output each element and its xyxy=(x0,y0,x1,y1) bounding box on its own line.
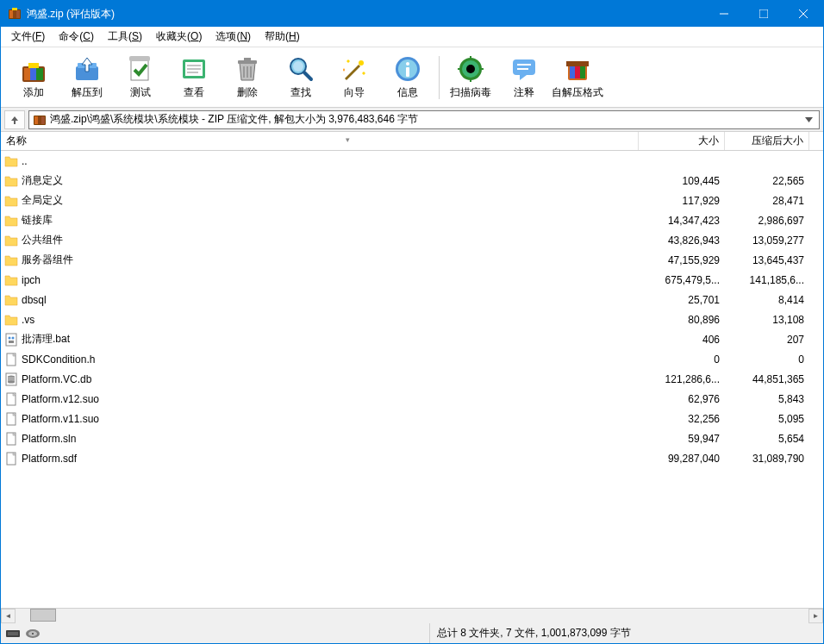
file-list[interactable]: ..消息定义109,44522,565全局定义117,92928,471链接库1… xyxy=(1,151,823,608)
sfx-icon xyxy=(563,54,592,84)
statusbar: 总计 8 文件夹, 7 文件, 1,001,873,099 字节 xyxy=(1,622,823,643)
cell-name: dbsql xyxy=(1,293,639,307)
titlebar[interactable]: 鸿盛.zip (评估版本) xyxy=(1,1,823,27)
file-name: 链接库 xyxy=(22,213,53,228)
menu-item[interactable]: 文件(F) xyxy=(4,27,52,47)
file-row[interactable]: 全局定义117,92928,471 xyxy=(1,191,823,210)
file-row[interactable]: 服务器组件47,155,92913,645,437 xyxy=(1,250,823,270)
toolbar-test-button[interactable]: 测试 xyxy=(115,51,166,104)
tool-label: 扫描病毒 xyxy=(450,85,491,100)
scroll-right-button[interactable]: ► xyxy=(808,609,823,623)
maximize-button[interactable] xyxy=(744,1,783,27)
file-row[interactable]: 批清理.bat406207 xyxy=(1,329,823,349)
menu-item[interactable]: 命令(C) xyxy=(52,27,101,47)
db-icon xyxy=(4,372,18,386)
svg-line-30 xyxy=(304,72,311,79)
toolbar-delete-button[interactable]: 删除 xyxy=(222,51,273,104)
tool-label: 注释 xyxy=(514,85,534,100)
cell-name: .. xyxy=(1,154,639,168)
svg-rect-10 xyxy=(24,68,30,80)
svg-point-34 xyxy=(406,62,409,66)
toolbar-virus-button[interactable]: 扫描病毒 xyxy=(445,51,496,104)
cell-size: 109,445 xyxy=(639,175,725,187)
cell-packed: 8,414 xyxy=(725,294,809,306)
svg-rect-4 xyxy=(12,8,17,10)
cell-packed: 22,565 xyxy=(725,175,809,187)
tool-label: 信息 xyxy=(397,85,418,100)
cell-name: 批清理.bat xyxy=(1,332,639,347)
cell-packed: 5,843 xyxy=(725,393,809,405)
file-row[interactable]: .. xyxy=(1,151,823,171)
toolbar-separator xyxy=(439,56,440,99)
file-row[interactable]: Platform.sdf99,287,04031,089,790 xyxy=(1,448,823,468)
cell-name: Platform.v11.suo xyxy=(1,412,639,426)
toolbar-view-button[interactable]: 查看 xyxy=(168,51,220,104)
address-box[interactable]: 鸿盛.zip\鸿盛\系统模块\系统模块 - ZIP 压缩文件, 解包大小为 3,… xyxy=(28,110,820,129)
file-icon xyxy=(4,412,18,426)
cell-name: 服务器组件 xyxy=(1,253,639,267)
cell-name: SDKCondition.h xyxy=(1,353,639,366)
file-row[interactable]: .vs80,89613,108 xyxy=(1,309,823,329)
scroll-thumb[interactable] xyxy=(30,609,56,622)
file-row[interactable]: ipch675,479,5...141,185,6... xyxy=(1,270,823,290)
path-dropdown-icon[interactable] xyxy=(802,117,815,122)
file-row[interactable]: 链接库14,347,4232,986,697 xyxy=(1,210,823,230)
file-row[interactable]: dbsql25,7018,414 xyxy=(1,290,823,309)
toolbar-find-button[interactable]: 查找 xyxy=(275,51,327,104)
svg-rect-52 xyxy=(34,116,38,124)
svg-rect-54 xyxy=(41,116,45,124)
toolbar: 添加解压到测试查看删除查找向导信息扫描病毒注释自解压格式 xyxy=(1,47,823,108)
svg-rect-43 xyxy=(513,59,535,75)
toolbar-sfx-button[interactable]: 自解压格式 xyxy=(552,51,603,104)
pathbar: 鸿盛.zip\鸿盛\系统模块\系统模块 - ZIP 压缩文件, 解包大小为 3,… xyxy=(1,108,823,132)
file-row[interactable]: 消息定义109,44522,565 xyxy=(1,171,823,191)
toolbar-wizard-button[interactable]: 向导 xyxy=(328,51,380,104)
file-name: 批清理.bat xyxy=(22,332,70,347)
app-window: 鸿盛.zip (评估版本) 文件(F)命令(C)工具(S)收藏夹(O)选项(N)… xyxy=(0,0,824,644)
cell-packed: 13,645,437 xyxy=(725,254,809,266)
menu-item[interactable]: 帮助(H) xyxy=(258,27,307,47)
svg-rect-13 xyxy=(28,63,39,68)
toolbar-info-button[interactable]: 信息 xyxy=(382,51,434,104)
folder-icon xyxy=(4,313,18,327)
folder-icon xyxy=(4,234,18,247)
file-row[interactable]: Platform.v12.suo62,9765,843 xyxy=(1,389,823,409)
svg-rect-11 xyxy=(30,68,36,80)
svg-point-29 xyxy=(293,61,303,72)
cell-name: 全局定义 xyxy=(1,193,639,208)
tool-label: 测试 xyxy=(130,85,151,100)
folder-icon xyxy=(4,293,18,307)
toolbar-add-button[interactable]: 添加 xyxy=(8,51,59,104)
toolbar-comment-button[interactable]: 注释 xyxy=(498,51,550,104)
cell-size: 121,286,6... xyxy=(639,373,725,385)
file-row[interactable]: Platform.sln59,9475,654 xyxy=(1,428,823,448)
file-row[interactable]: SDKCondition.h00 xyxy=(1,349,823,369)
file-name: ipch xyxy=(22,274,41,286)
cell-size: 406 xyxy=(639,334,725,346)
up-button[interactable] xyxy=(4,110,25,129)
cell-packed: 13,108 xyxy=(725,314,809,326)
minimize-button[interactable] xyxy=(704,1,744,27)
file-row[interactable]: 公共组件43,826,94313,059,277 xyxy=(1,230,823,250)
file-row[interactable]: Platform.v11.suo32,2565,095 xyxy=(1,409,823,428)
header-name[interactable]: 名称 xyxy=(1,132,639,150)
file-name: 公共组件 xyxy=(22,233,63,247)
cell-name: 消息定义 xyxy=(1,173,639,188)
menu-item[interactable]: 选项(N) xyxy=(209,27,258,47)
scroll-track[interactable] xyxy=(16,609,808,623)
close-button[interactable] xyxy=(783,1,823,27)
file-name: dbsql xyxy=(22,294,47,306)
header-size[interactable]: 大小 xyxy=(639,132,725,150)
scroll-left-button[interactable]: ◄ xyxy=(1,609,16,623)
header-packed[interactable]: 压缩后大小 xyxy=(725,132,809,150)
file-name: 全局定义 xyxy=(22,193,63,208)
menu-item[interactable]: 工具(S) xyxy=(101,27,149,47)
horizontal-scrollbar[interactable]: ◄ ► xyxy=(1,608,823,622)
menu-item[interactable]: 收藏夹(O) xyxy=(149,27,209,47)
menubar: 文件(F)命令(C)工具(S)收藏夹(O)选项(N)帮助(H) xyxy=(1,27,823,47)
cell-size: 0 xyxy=(639,353,725,366)
file-row[interactable]: Platform.VC.db121,286,6...44,851,365 xyxy=(1,369,823,389)
cell-packed: 207 xyxy=(725,334,809,346)
toolbar-extract-button[interactable]: 解压到 xyxy=(61,51,113,104)
wizard-icon xyxy=(340,54,369,84)
